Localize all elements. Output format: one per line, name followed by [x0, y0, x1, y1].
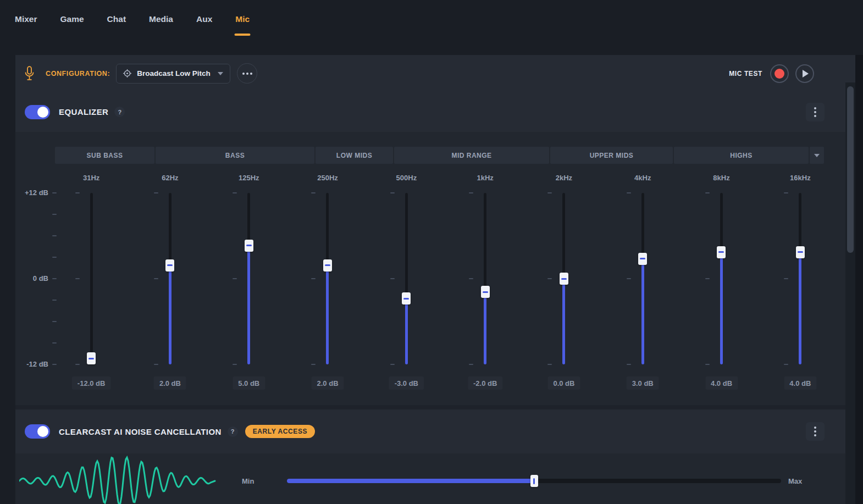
eq-band-8khz: 8kHz4.0 dB [682, 132, 761, 405]
clearcast-header: CLEARCAST AI NOISE CANCELLATION ? EARLY … [15, 409, 845, 453]
axis-label: -12 dB [15, 360, 48, 368]
eq-value-readout: 2.0 dB [154, 376, 186, 390]
eq-slider-track[interactable] [90, 193, 93, 364]
eq-slider-handle[interactable] [402, 292, 411, 304]
column-tick [547, 278, 552, 279]
scrollbar-thumb[interactable] [847, 86, 854, 253]
clearcast-section: CLEARCAST AI NOISE CANCELLATION ? EARLY … [15, 409, 845, 504]
axis-label: +12 dB [15, 189, 48, 197]
equalizer-section: EQUALIZER ? SUB BASSBASSLOW MIDSMID RANG… [15, 92, 845, 405]
column-tick [311, 192, 316, 193]
column-tick [469, 364, 473, 365]
eq-slider-handle[interactable] [560, 273, 568, 285]
column-tick [469, 192, 473, 193]
tab-game[interactable]: Game [60, 0, 84, 38]
column-tick [627, 364, 631, 365]
eq-band-1khz: 1kHz-2.0 dB [446, 132, 524, 405]
main-card: CONFIGURATION: Broadcast Low Pitch MIC T… [15, 55, 855, 504]
microphone-icon [25, 66, 34, 81]
column-tick [233, 192, 237, 193]
eq-slider-handle[interactable] [796, 246, 805, 258]
column-tick [75, 192, 80, 193]
eq-band-62hz: 62Hz2.0 dB [131, 132, 209, 405]
column-tick [233, 364, 237, 365]
frequency-label: 8kHz [682, 174, 761, 182]
column-tick [154, 278, 158, 279]
column-tick [75, 278, 80, 279]
frequency-label: 31Hz [52, 174, 131, 182]
column-tick [547, 192, 552, 193]
equalizer-header: EQUALIZER ? [15, 92, 845, 132]
eq-value-readout: -2.0 dB [468, 376, 502, 390]
eq-band-250hz: 250Hz2.0 dB [288, 132, 367, 405]
equalizer-help-button[interactable]: ? [114, 107, 125, 117]
tab-media[interactable]: Media [149, 0, 173, 38]
frequency-label: 2kHz [524, 174, 603, 182]
column-tick [154, 192, 158, 193]
eq-band-500hz: 500Hz-3.0 dB [367, 132, 446, 405]
column-tick [784, 278, 788, 279]
settings-scroll-area: EQUALIZER ? SUB BASSBASSLOW MIDSMID RANG… [15, 92, 845, 504]
eq-slider-handle[interactable] [481, 286, 490, 298]
tab-mixer[interactable]: Mixer [15, 0, 37, 38]
eq-slider-handle[interactable] [87, 352, 96, 364]
eq-slider-fill [720, 252, 723, 364]
tab-bar: MixerGameChatMediaAuxMic [15, 0, 250, 38]
eq-slider-handle[interactable] [323, 259, 332, 272]
preset-icon [123, 69, 131, 77]
play-button[interactable] [795, 64, 814, 83]
eq-slider-handle[interactable] [638, 253, 647, 265]
eq-slider-fill [405, 298, 408, 364]
eq-value-readout: 4.0 dB [705, 376, 738, 390]
eq-slider-handle[interactable] [717, 246, 726, 258]
clearcast-body: Min Max [15, 453, 845, 504]
column-tick [784, 192, 788, 193]
frequency-label: 1kHz [446, 174, 524, 182]
column-tick [75, 364, 80, 365]
eq-slider-fill [247, 246, 250, 364]
scrollbar-track[interactable] [845, 82, 855, 504]
equalizer-menu-button[interactable] [806, 103, 825, 121]
column-tick [627, 278, 631, 279]
eq-panel: SUB BASSBASSLOW MIDSMID RANGEUPPER MIDSH… [15, 132, 845, 405]
eq-value-readout: -3.0 dB [389, 376, 424, 390]
frequency-label: 4kHz [604, 174, 682, 182]
tab-mic[interactable]: Mic [235, 0, 250, 38]
clearcast-toggle[interactable] [25, 424, 50, 439]
min-label: Min [242, 477, 254, 485]
configuration-label: CONFIGURATION: [46, 70, 110, 77]
eq-slider-handle[interactable] [165, 259, 174, 272]
tab-chat[interactable]: Chat [107, 0, 126, 38]
configuration-row: CONFIGURATION: Broadcast Low Pitch MIC T… [15, 55, 855, 92]
eq-value-readout: 5.0 dB [233, 376, 265, 390]
slider-handle[interactable] [530, 475, 538, 487]
equalizer-toggle[interactable] [25, 105, 50, 119]
column-tick [154, 364, 158, 365]
axis-label: 0 dB [15, 274, 48, 283]
eq-slider-handle[interactable] [245, 240, 253, 252]
eq-value-readout: 4.0 dB [784, 376, 816, 390]
noise-cancellation-slider[interactable] [287, 479, 781, 483]
column-tick [233, 278, 237, 279]
eq-slider-fill [169, 265, 172, 364]
clearcast-menu-button[interactable] [806, 422, 825, 441]
column-tick [705, 278, 710, 279]
page-edge [855, 55, 863, 504]
column-tick [390, 278, 395, 279]
eq-slider-fill [562, 279, 565, 364]
eq-slider-fill [326, 265, 329, 364]
record-icon [775, 69, 784, 79]
preset-dropdown[interactable]: Broadcast Low Pitch [116, 64, 230, 84]
clearcast-title: CLEARCAST AI NOISE CANCELLATION [59, 427, 222, 436]
tab-aux[interactable]: Aux [196, 0, 212, 38]
eq-band-31hz: 31Hz-12.0 dB [52, 132, 131, 405]
clearcast-help-button[interactable]: ? [228, 427, 238, 437]
play-icon [803, 70, 809, 77]
record-button[interactable] [770, 64, 789, 83]
chevron-down-icon [218, 72, 223, 75]
column-tick [547, 364, 552, 365]
column-tick [705, 364, 710, 365]
config-more-button[interactable] [237, 63, 257, 84]
eq-value-readout: -12.0 dB [72, 376, 111, 390]
section-divider [15, 405, 845, 409]
